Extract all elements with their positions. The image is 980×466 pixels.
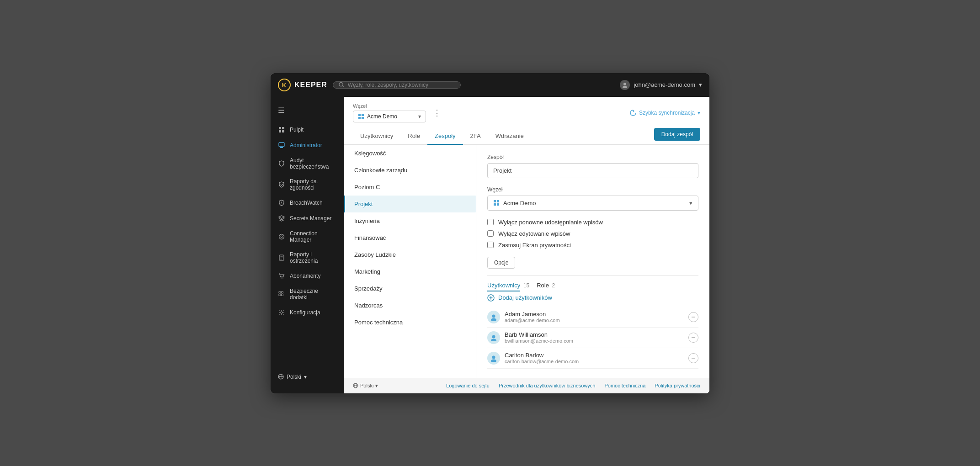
footer-lang[interactable]: Polski ▾ [353, 383, 378, 389]
search-input[interactable] [348, 82, 455, 88]
svg-rect-30 [358, 114, 361, 116]
admin-icon [278, 142, 285, 149]
user-icon-adam [490, 313, 497, 321]
sidebar-item-audyt[interactable]: Audyt bezpieczeństwa [271, 153, 344, 174]
members-tab-uzytkownicy[interactable]: Użytkownicy 15 [487, 282, 529, 289]
add-team-button[interactable]: Dodaj zespół [654, 128, 700, 141]
team-item-finansowanie[interactable]: Finansować [344, 229, 476, 246]
team-item-zasoby-ludzkie[interactable]: Zasoby Ludzkie [344, 246, 476, 263]
team-item-pomoc[interactable]: Pomoc techniczna [344, 314, 476, 331]
content-body: Księgowość Członkowie zarządu Poziom C P… [344, 145, 709, 378]
sidebar-item-label: Secrets Manager [290, 215, 331, 222]
sidebar-item-raporty-zgodnosci[interactable]: Raporty ds. zgodności [271, 174, 344, 195]
teams-list: Księgowość Członkowie zarządu Poziom C P… [344, 145, 476, 378]
tab-uzytkownicy[interactable]: Użytkownicy [353, 128, 400, 145]
user-info-adam: Adam Jameson adam@acme-demo.com [505, 311, 684, 323]
user-menu[interactable]: john@acme-demo.com ▾ [620, 80, 702, 90]
add-users-row[interactable]: Dodaj użytkowników [487, 294, 698, 302]
footer-link-logowanie[interactable]: Logowanie do sejfu [446, 383, 490, 388]
apps-icon [278, 291, 285, 298]
tab-wdrazanie[interactable]: Wdrażanie [488, 128, 531, 145]
team-item-ksiegowosc[interactable]: Księgowość [344, 145, 476, 162]
team-name-input[interactable] [487, 163, 698, 178]
node-selector-row: Węzeł Acme Demo ▾ [353, 103, 700, 122]
sidebar-item-abonamenty[interactable]: Abonamenty [271, 268, 344, 284]
node-dropdown-icon [493, 200, 500, 206]
team-item-marketing[interactable]: Marketing [344, 263, 476, 280]
tab-2fa[interactable]: 2FA [463, 128, 488, 145]
footer-lang-arrow: ▾ [375, 383, 378, 389]
sync-button[interactable]: Szybka synchronizacja ▾ [630, 110, 700, 116]
shield-icon [278, 160, 285, 167]
node-label: Węzeł [353, 103, 426, 109]
svg-rect-6 [279, 127, 281, 129]
footer-links: Logowanie do sejfu Przewodnik dla użytko… [446, 383, 700, 388]
sidebar-item-konfiguracja[interactable]: Konfiguracja [271, 305, 344, 320]
svg-rect-34 [494, 200, 496, 202]
connection-icon [278, 233, 285, 240]
members-tab-role[interactable]: Role 2 [537, 282, 555, 289]
user-email-adam: adam@acme-demo.com [505, 318, 684, 323]
detail-dropdown-arrow: ▾ [689, 200, 692, 207]
options-button[interactable]: Opcje [487, 257, 515, 269]
sync-label: Szybka synchronizacja [639, 110, 695, 116]
sidebar-item-raporty[interactable]: Raporty i ostrzeżenia [271, 247, 344, 268]
svg-point-20 [281, 277, 282, 278]
team-item-inzynieria[interactable]: Inżynieria [344, 212, 476, 229]
team-item-projekt[interactable]: Projekt [344, 196, 476, 212]
team-item-nadzorcas[interactable]: Nadzorcas [344, 297, 476, 314]
remove-user-adam[interactable] [688, 312, 698, 322]
team-item-czlonkowie-zarzadu[interactable]: Członkowie zarządu [344, 162, 476, 179]
team-node-dropdown[interactable]: Acme Demo ▾ [487, 196, 698, 211]
node-more-button[interactable]: ⋮ [431, 106, 443, 119]
svg-point-15 [281, 236, 282, 238]
footer: Polski ▾ Logowanie do sejfu Przewodnik d… [344, 378, 709, 393]
checkbox-row-resharing: Wyłącz ponowne udostępnianie wpisów [487, 219, 698, 226]
privacy-screen-checkbox[interactable] [487, 242, 494, 248]
sidebar-item-secrets-manager[interactable]: Secrets Manager [271, 211, 344, 226]
divider [487, 275, 698, 275]
tab-zespoly[interactable]: Zespoły [427, 128, 463, 145]
team-item-poziom-c[interactable]: Poziom C [344, 179, 476, 196]
hamburger-menu[interactable]: ☰ [271, 101, 344, 122]
node-dropdown[interactable]: Acme Demo ▾ [353, 111, 426, 122]
svg-line-3 [342, 86, 344, 87]
content-header: Węzeł Acme Demo ▾ [344, 97, 709, 145]
remove-user-carlton[interactable] [688, 353, 698, 363]
user-info-carlton: Carlton Barlow carlton-barlow@acme-demo.… [505, 352, 684, 364]
cart-icon [278, 272, 285, 280]
svg-text:K: K [282, 82, 287, 89]
sidebar-item-connection-manager[interactable]: Connection Manager [271, 226, 344, 247]
user-avatar-icon [620, 80, 630, 90]
search-bar[interactable] [333, 81, 461, 89]
footer-link-przewodnik[interactable]: Przewodnik dla użytkowników biznesowych [499, 383, 596, 388]
tab-role[interactable]: Role [400, 128, 427, 145]
user-icon-carlton [490, 355, 497, 362]
sidebar-item-pulpit[interactable]: Pulpit [271, 122, 344, 138]
language-selector[interactable]: Polski ▾ [271, 370, 344, 384]
remove-user-barb[interactable] [688, 333, 698, 343]
user-email-carlton: carlton-barlow@acme-demo.com [505, 359, 684, 364]
sidebar-item-administrator[interactable]: Administrator [271, 138, 344, 153]
svg-point-2 [339, 82, 343, 86]
user-avatar-barb [487, 331, 500, 344]
sidebar-bottom: Polski ▾ [271, 365, 344, 389]
svg-point-47 [492, 355, 495, 359]
sidebar-item-label: Konfiguracja [290, 309, 320, 316]
footer-link-polityka[interactable]: Polityka prywatności [655, 383, 700, 388]
sync-icon [630, 110, 636, 116]
disable-editing-checkbox[interactable] [487, 230, 494, 237]
sidebar-item-bezpieczne-dodatki[interactable]: Bezpieczne dodatki [271, 284, 344, 305]
footer-link-pomoc[interactable]: Pomoc techniczna [604, 383, 645, 388]
svg-rect-8 [279, 130, 281, 132]
user-name-carlton: Carlton Barlow [505, 352, 684, 359]
svg-point-13 [282, 203, 282, 204]
team-item-sprzedaz[interactable]: Sprzedaży [344, 280, 476, 297]
minus-circle-icon [691, 314, 696, 320]
disable-resharing-checkbox[interactable] [487, 219, 494, 225]
main-layout: ☰ Pulpit [271, 97, 709, 393]
sidebar-item-breachwatch[interactable]: BreachWatch [271, 195, 344, 211]
user-email-barb: bwilliamson@acme-demo.com [505, 338, 684, 344]
logo-text: KEEPER [294, 81, 327, 89]
sidebar-item-label: Audyt bezpieczeństwa [290, 157, 336, 170]
